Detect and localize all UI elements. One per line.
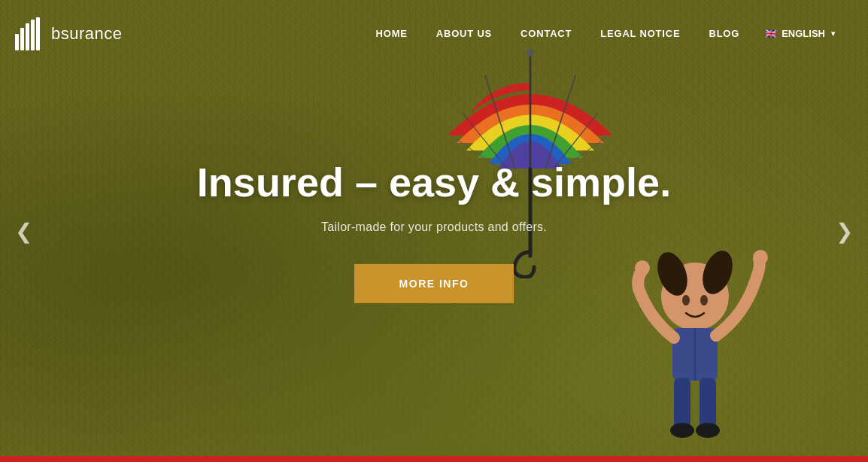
- nav-item-blog[interactable]: BLOG: [695, 20, 753, 47]
- nav-item-language[interactable]: 🇬🇧 ENGLISH ▾: [754, 20, 845, 47]
- flag-icon: 🇬🇧: [765, 28, 777, 39]
- nav-link-contact[interactable]: CONTACT: [507, 20, 585, 47]
- hero-content: Insured – easy & simple. Tailor-made for…: [171, 159, 697, 303]
- nav-item-home[interactable]: HOME: [363, 20, 421, 47]
- nav-item-legal[interactable]: LEGAL NOTICE: [587, 20, 693, 47]
- svg-rect-25: [26, 23, 29, 50]
- language-selector[interactable]: 🇬🇧 ENGLISH ▾: [754, 20, 845, 47]
- bottom-bar: [0, 456, 868, 462]
- svg-rect-23: [15, 34, 19, 50]
- nav-item-about[interactable]: ABOUT US: [423, 20, 505, 47]
- hero-subtitle: Tailor-made for your products and offers…: [171, 220, 697, 234]
- nav-link-legal[interactable]: LEGAL NOTICE: [587, 20, 693, 47]
- language-label: ENGLISH: [782, 28, 825, 39]
- nav-menu: HOME ABOUT US CONTACT LEGAL NOTICE BLOG …: [363, 20, 845, 47]
- more-info-button[interactable]: MORE INFO: [354, 264, 514, 303]
- nav-link-about[interactable]: ABOUT US: [423, 20, 505, 47]
- logo-icon: [15, 17, 44, 50]
- logo-link[interactable]: bsurance: [15, 17, 123, 50]
- hero-section: bsurance HOME ABOUT US CONTACT LEGAL NOT…: [0, 0, 868, 462]
- navbar: bsurance HOME ABOUT US CONTACT LEGAL NOT…: [0, 0, 868, 67]
- svg-rect-26: [31, 20, 35, 50]
- logo-text: bsurance: [51, 24, 123, 44]
- svg-rect-24: [20, 28, 24, 50]
- nav-link-home[interactable]: HOME: [363, 20, 421, 47]
- carousel-prev-button[interactable]: ❮: [4, 208, 44, 255]
- nav-item-contact[interactable]: CONTACT: [507, 20, 585, 47]
- svg-rect-27: [36, 17, 40, 50]
- chevron-down-icon: ▾: [831, 29, 835, 38]
- hero-title: Insured – easy & simple.: [171, 159, 697, 205]
- carousel-next-button[interactable]: ❯: [824, 208, 864, 255]
- nav-link-blog[interactable]: BLOG: [695, 20, 753, 47]
